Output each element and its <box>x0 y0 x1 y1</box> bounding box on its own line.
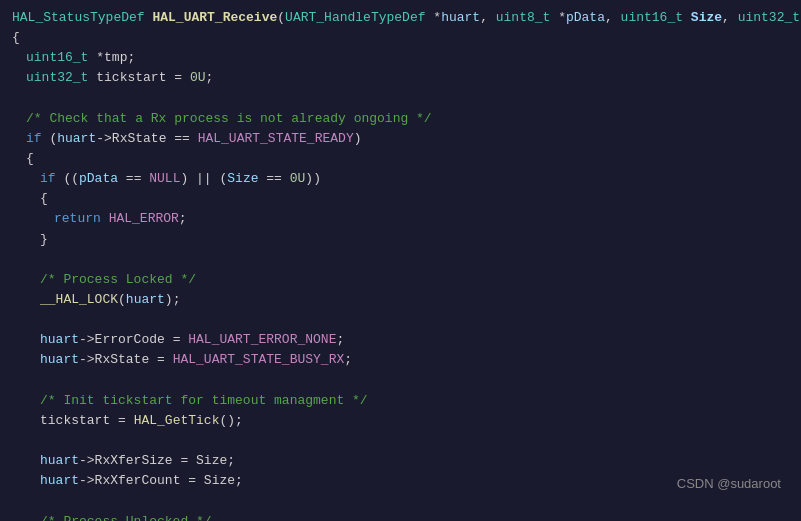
code-line-18: huart ->RxState = HAL_UART_STATE_BUSY_RX… <box>40 350 789 370</box>
code-line-14: /* Process Locked */ <box>40 270 789 290</box>
code-line-26: /* Process Unlocked */ <box>40 512 789 521</box>
code-line-25 <box>12 491 789 511</box>
watermark: CSDN @sudaroot <box>677 476 781 491</box>
code-line-11: return HAL_ERROR ; <box>54 209 789 229</box>
code-line-20: /* Init tickstart for timeout managment … <box>40 391 789 411</box>
code-line-4: uint32_t tickstart = 0U ; <box>26 68 789 88</box>
return-type: HAL_StatusTypeDef <box>12 8 145 28</box>
code-line-7: if ( huart ->RxState == HAL_UART_STATE_R… <box>26 129 789 149</box>
code-line-12: } <box>40 230 789 250</box>
code-line-21: tickstart = HAL_GetTick (); <box>40 411 789 431</box>
code-line-1: HAL_StatusTypeDef HAL_UART_Receive ( UAR… <box>12 8 789 28</box>
code-line-16 <box>12 310 789 330</box>
code-line-2: { <box>12 28 789 48</box>
code-line-15: __HAL_LOCK ( huart ); <box>40 290 789 310</box>
function-name: HAL_UART_Receive <box>152 8 277 28</box>
code-line-10: { <box>40 189 789 209</box>
code-line-8: { <box>26 149 789 169</box>
code-line-23: huart ->RxXferSize = Size; <box>40 451 789 471</box>
code-line-6: /* Check that a Rx process is not alread… <box>26 109 789 129</box>
code-line-19 <box>12 371 789 391</box>
code-line-5 <box>12 89 789 109</box>
code-container: HAL_StatusTypeDef HAL_UART_Receive ( UAR… <box>0 0 801 521</box>
code-line-13 <box>12 250 789 270</box>
code-line-9: if (( pData == NULL ) || ( Size == 0U )) <box>40 169 789 189</box>
code-line-22 <box>12 431 789 451</box>
code-line-17: huart ->ErrorCode = HAL_UART_ERROR_NONE … <box>40 330 789 350</box>
code-line-3: uint16_t *tmp; <box>26 48 789 68</box>
